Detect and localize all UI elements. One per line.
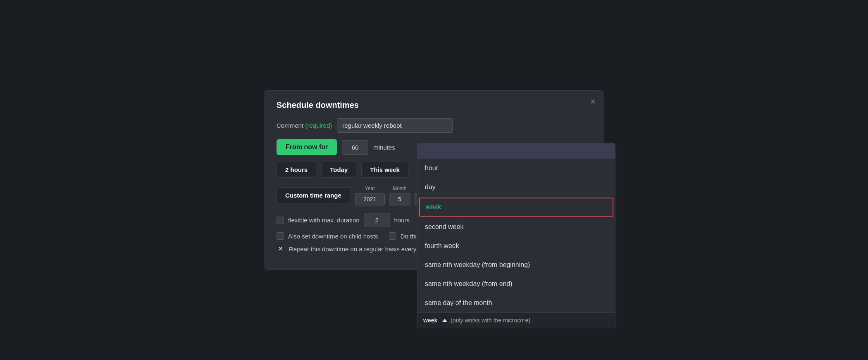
- from-now-button[interactable]: From now for: [277, 139, 337, 155]
- child-hosts-label: Also set downtime on child hosts: [288, 233, 378, 240]
- month-input[interactable]: [389, 193, 410, 205]
- dropdown-item-same-nth-beginning[interactable]: same nth weekday (from beginning): [417, 255, 615, 274]
- repeat-x-mark: ×: [277, 245, 285, 253]
- dropdown-item-week[interactable]: week: [419, 198, 613, 217]
- footer-arrow-icon: [442, 319, 447, 322]
- repeat-label: Repeat this downtime on a regular basis …: [289, 246, 417, 253]
- flexible-label: flexible with max. duration: [288, 217, 360, 224]
- dropdown-item-same-nth-end[interactable]: same nth weekday (from end): [417, 274, 615, 293]
- dialog-title: Schedule downtimes: [277, 100, 591, 110]
- do-this-checkbox[interactable]: [389, 232, 396, 240]
- flexible-unit-label: hours: [394, 217, 410, 224]
- dropdown-overlay: hour day week second week fourth week sa…: [417, 143, 615, 328]
- comment-input[interactable]: [337, 118, 453, 133]
- dropdown-list: hour day week second week fourth week sa…: [417, 159, 615, 312]
- schedule-downtimes-dialog: Schedule downtimes × Comment (required) …: [265, 90, 603, 270]
- duration-input[interactable]: [342, 140, 368, 155]
- month-label: Month: [393, 186, 406, 191]
- dropdown-item-fourth-week[interactable]: fourth week: [417, 236, 615, 255]
- year-input[interactable]: [355, 193, 385, 205]
- comment-label: Comment (required): [277, 122, 332, 129]
- dropdown-footer: week (only works with the microcore): [417, 312, 615, 328]
- comment-row: Comment (required): [277, 118, 591, 133]
- quick-today-button[interactable]: Today: [321, 162, 356, 178]
- main-content: Comment (required) From now for minutes …: [277, 118, 591, 253]
- quick-2hours-button[interactable]: 2 hours: [277, 162, 316, 178]
- footer-note: (only works with the microcore): [451, 317, 530, 324]
- flexible-duration-input[interactable]: [364, 213, 390, 227]
- duration-unit-label: minutes: [373, 144, 395, 151]
- close-button[interactable]: ×: [590, 97, 596, 106]
- year-label: Year: [365, 186, 375, 191]
- quick-thisweek-button[interactable]: This week: [361, 162, 408, 178]
- custom-range-button[interactable]: Custom time range: [277, 187, 350, 203]
- year-col: Year: [355, 186, 385, 205]
- dropdown-item-second-week[interactable]: second week: [417, 217, 615, 236]
- dropdown-item-hour[interactable]: hour: [417, 159, 615, 178]
- dropdown-item-same-day-month[interactable]: same day of the month: [417, 293, 615, 312]
- month-col: Month: [389, 186, 410, 205]
- dropdown-item-day[interactable]: day: [417, 178, 615, 197]
- flexible-checkbox[interactable]: [277, 217, 284, 224]
- child-hosts-checkbox[interactable]: [277, 232, 284, 240]
- dropdown-search-input[interactable]: [417, 143, 615, 159]
- footer-value: week: [423, 317, 437, 324]
